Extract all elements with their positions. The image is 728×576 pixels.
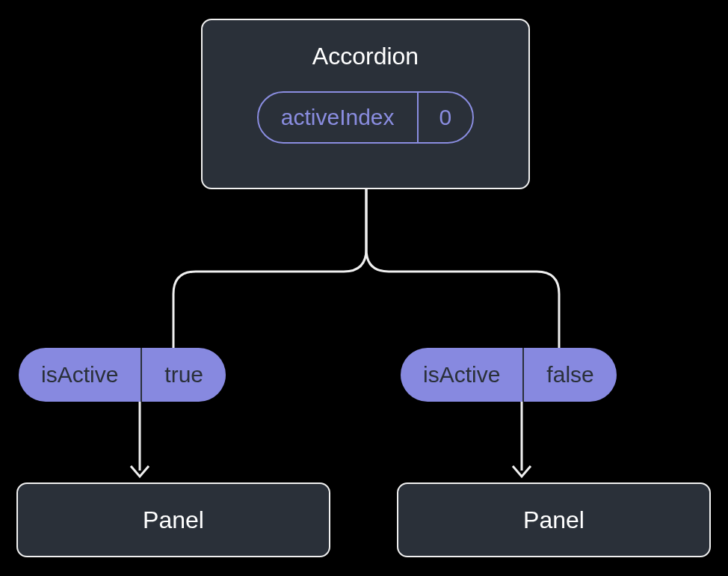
state-value: 0 [417, 93, 473, 142]
accordion-title: Accordion [312, 43, 419, 70]
panel-label-right: Panel [523, 506, 584, 534]
prop-value-right: false [522, 348, 616, 402]
prop-pill-left: isActive true [19, 348, 226, 402]
arrow-down-icon [125, 402, 155, 482]
state-name: activeIndex [259, 93, 417, 142]
prop-value-left: true [141, 348, 226, 402]
accordion-component-box: Accordion activeIndex 0 [201, 19, 530, 189]
prop-pill-right: isActive false [401, 348, 617, 402]
state-pill: activeIndex 0 [257, 91, 474, 144]
arrow-down-icon [507, 402, 537, 482]
prop-name-right: isActive [401, 348, 522, 402]
component-tree-diagram: Accordion activeIndex 0 isActive true is… [0, 0, 728, 576]
panel-component-left: Panel [16, 482, 330, 557]
panel-label-left: Panel [143, 506, 204, 534]
tree-connector-lines [166, 189, 567, 348]
prop-name-left: isActive [19, 348, 141, 402]
panel-component-right: Panel [397, 482, 711, 557]
